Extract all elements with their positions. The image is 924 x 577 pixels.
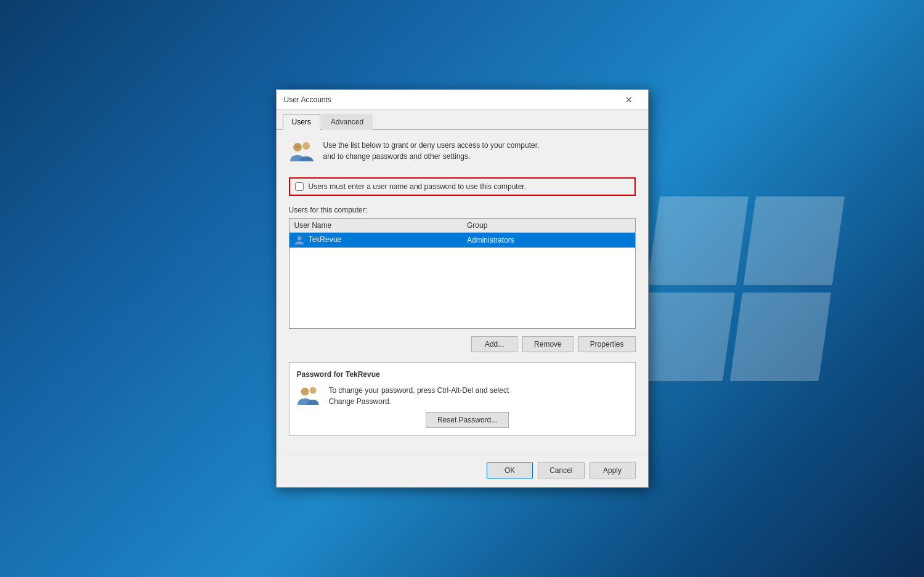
svg-point-2 [295,146,297,148]
user-table-container: User Name Group [289,218,636,329]
password-user-icon [297,385,320,410]
tab-advanced[interactable]: Advanced [322,114,373,130]
user-group-cell: Administrators [462,233,635,248]
col-username: User Name [290,219,463,233]
close-button[interactable]: ✕ [615,90,643,110]
user-name-cell: TekRevue [290,233,463,248]
bottom-buttons: OK Cancel Apply [277,456,648,487]
svg-point-7 [309,387,316,394]
users-icon [289,140,315,167]
dialog-title: User Accounts [284,95,331,104]
svg-point-3 [298,146,299,148]
action-buttons: Add... Remove Properties [289,336,636,352]
autologon-checkbox-row: Users must enter a user name and passwor… [289,177,636,196]
title-bar-controls: ✕ [615,90,643,110]
password-info-row: To change your password, press Ctrl-Alt-… [297,385,628,428]
password-section-title: Password for TekRevue [297,370,628,379]
add-button[interactable]: Add... [471,336,517,352]
user-table: User Name Group [290,219,635,328]
info-text: Use the list below to grant or deny user… [323,140,540,162]
users-section-label: Users for this computer: [289,206,636,214]
table-row[interactable]: TekRevue Administrators [290,233,635,248]
tab-bar: Users Advanced [277,110,648,130]
svg-point-0 [293,143,302,151]
password-section: Password for TekRevue To change your pas… [289,362,636,436]
password-info-text: To change your password, press Ctrl-Alt-… [329,385,509,428]
dialog-content: Use the list below to grant or deny user… [277,130,648,456]
title-bar: User Accounts ✕ [277,90,648,110]
windows-logo-decoration [647,196,832,381]
reset-password-button[interactable]: Reset Password... [426,412,509,428]
tab-users[interactable]: Users [283,114,320,130]
user-accounts-dialog: User Accounts ✕ Users Advanced [276,89,649,488]
ok-button[interactable]: OK [487,462,533,478]
autologon-checkbox[interactable] [295,182,304,191]
svg-point-6 [301,388,309,396]
svg-point-4 [297,236,301,241]
col-group: Group [462,219,635,233]
svg-point-1 [302,142,310,150]
apply-button[interactable]: Apply [590,462,636,478]
desktop: User Accounts ✕ Users Advanced [0,0,924,577]
properties-button[interactable]: Properties [578,336,636,352]
cancel-button[interactable]: Cancel [538,462,584,478]
autologon-label[interactable]: Users must enter a user name and passwor… [309,182,527,191]
remove-button[interactable]: Remove [522,336,573,352]
info-row: Use the list below to grant or deny user… [289,140,636,167]
